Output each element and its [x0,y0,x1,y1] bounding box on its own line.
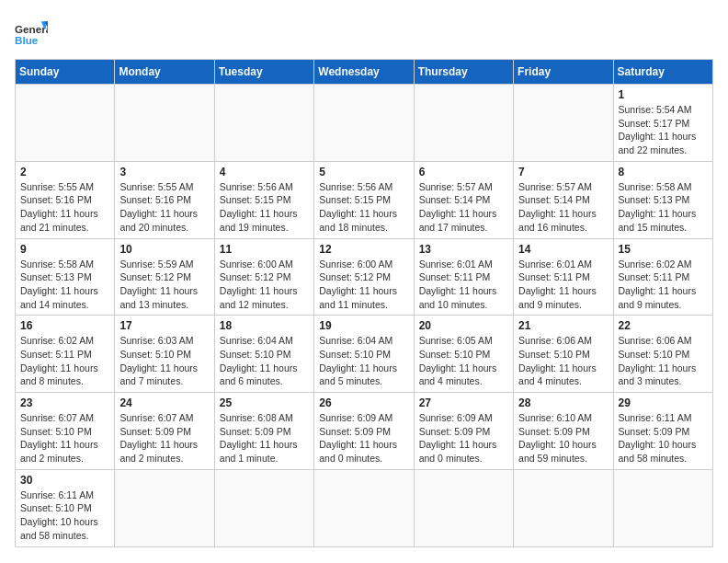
logo: General Blue [15,15,48,48]
day-info: Sunrise: 6:11 AM Sunset: 5:09 PM Dayligh… [619,411,708,465]
day-info: Sunrise: 5:56 AM Sunset: 5:15 PM Dayligh… [319,180,408,235]
calendar-cell: 23Sunrise: 6:07 AM Sunset: 5:10 PM Dayli… [16,393,115,470]
logo-icon: General Blue [15,15,48,48]
calendar-cell: 17Sunrise: 6:03 AM Sunset: 5:10 PM Dayli… [115,316,214,393]
weekday-header-tuesday: Tuesday [214,60,313,85]
weekday-header-wednesday: Wednesday [314,60,414,85]
page-header: General Blue [15,15,713,48]
calendar-cell [314,85,414,162]
calendar-cell: 21Sunrise: 6:06 AM Sunset: 5:10 PM Dayli… [514,316,613,393]
day-number: 2 [20,166,109,178]
day-number: 7 [518,166,608,178]
calendar-cell: 30Sunrise: 6:11 AM Sunset: 5:10 PM Dayli… [16,469,115,546]
day-number: 19 [319,319,408,332]
weekday-header-monday: Monday [115,60,214,85]
day-info: Sunrise: 6:00 AM Sunset: 5:12 PM Dayligh… [220,258,309,312]
calendar-cell: 26Sunrise: 6:09 AM Sunset: 5:09 PM Dayli… [314,393,414,470]
calendar-cell: 4Sunrise: 5:56 AM Sunset: 5:15 PM Daylig… [214,161,313,238]
calendar-cell [414,469,513,546]
day-info: Sunrise: 6:09 AM Sunset: 5:09 PM Dayligh… [419,411,508,465]
day-info: Sunrise: 5:57 AM Sunset: 5:14 PM Dayligh… [419,180,508,235]
calendar-cell: 25Sunrise: 6:08 AM Sunset: 5:09 PM Dayli… [214,393,313,470]
day-number: 11 [220,243,309,256]
day-number: 15 [619,243,708,256]
day-number: 14 [518,243,608,256]
weekday-header-thursday: Thursday [414,60,513,85]
calendar-cell: 3Sunrise: 5:55 AM Sunset: 5:16 PM Daylig… [115,161,214,238]
day-number: 21 [518,319,608,332]
calendar-cell: 8Sunrise: 5:58 AM Sunset: 5:13 PM Daylig… [613,161,712,238]
day-number: 18 [220,319,309,332]
day-info: Sunrise: 5:55 AM Sunset: 5:16 PM Dayligh… [119,180,209,235]
calendar-cell [115,85,214,162]
day-info: Sunrise: 5:58 AM Sunset: 5:13 PM Dayligh… [619,180,708,235]
calendar-cell: 5Sunrise: 5:56 AM Sunset: 5:15 PM Daylig… [314,161,414,238]
calendar-cell: 1Sunrise: 5:54 AM Sunset: 5:17 PM Daylig… [613,85,712,162]
day-info: Sunrise: 6:10 AM Sunset: 5:09 PM Dayligh… [518,411,608,465]
day-number: 6 [419,166,508,178]
calendar-cell: 6Sunrise: 5:57 AM Sunset: 5:14 PM Daylig… [414,161,513,238]
calendar-cell: 10Sunrise: 5:59 AM Sunset: 5:12 PM Dayli… [115,238,214,316]
day-number: 30 [20,474,109,487]
day-info: Sunrise: 6:08 AM Sunset: 5:09 PM Dayligh… [220,411,309,465]
calendar-cell: 22Sunrise: 6:06 AM Sunset: 5:10 PM Dayli… [613,316,712,393]
day-info: Sunrise: 6:03 AM Sunset: 5:10 PM Dayligh… [119,334,209,388]
day-number: 16 [20,319,109,332]
calendar-cell [115,469,214,546]
day-info: Sunrise: 6:09 AM Sunset: 5:09 PM Dayligh… [319,411,408,465]
day-info: Sunrise: 5:57 AM Sunset: 5:14 PM Dayligh… [518,180,608,235]
calendar-cell: 27Sunrise: 6:09 AM Sunset: 5:09 PM Dayli… [414,393,513,470]
calendar-cell [16,85,115,162]
day-info: Sunrise: 6:02 AM Sunset: 5:11 PM Dayligh… [20,334,109,388]
calendar-cell: 28Sunrise: 6:10 AM Sunset: 5:09 PM Dayli… [514,393,613,470]
calendar-cell: 14Sunrise: 6:01 AM Sunset: 5:11 PM Dayli… [514,238,613,316]
day-number: 3 [119,166,209,178]
day-info: Sunrise: 6:06 AM Sunset: 5:10 PM Dayligh… [619,334,708,388]
day-info: Sunrise: 5:59 AM Sunset: 5:12 PM Dayligh… [119,258,209,312]
calendar-cell: 20Sunrise: 6:05 AM Sunset: 5:10 PM Dayli… [414,316,513,393]
day-number: 20 [419,319,508,332]
day-number: 9 [20,243,109,256]
day-number: 1 [619,88,708,101]
calendar-cell: 2Sunrise: 5:55 AM Sunset: 5:16 PM Daylig… [16,161,115,238]
day-info: Sunrise: 6:04 AM Sunset: 5:10 PM Dayligh… [319,334,408,388]
calendar-cell: 9Sunrise: 5:58 AM Sunset: 5:13 PM Daylig… [16,238,115,316]
day-info: Sunrise: 6:05 AM Sunset: 5:10 PM Dayligh… [419,334,508,388]
day-info: Sunrise: 6:07 AM Sunset: 5:10 PM Dayligh… [20,411,109,465]
calendar-cell [514,469,613,546]
day-number: 26 [319,396,408,409]
day-number: 28 [518,396,608,409]
calendar-cell [613,469,712,546]
day-number: 27 [419,396,508,409]
calendar-cell [514,85,613,162]
day-number: 13 [419,243,508,256]
day-info: Sunrise: 6:07 AM Sunset: 5:09 PM Dayligh… [119,411,209,465]
day-info: Sunrise: 5:55 AM Sunset: 5:16 PM Dayligh… [20,180,109,235]
day-info: Sunrise: 5:58 AM Sunset: 5:13 PM Dayligh… [20,258,109,312]
weekday-header-friday: Friday [514,60,613,85]
day-info: Sunrise: 6:02 AM Sunset: 5:11 PM Dayligh… [619,258,708,312]
day-info: Sunrise: 5:54 AM Sunset: 5:17 PM Dayligh… [619,103,708,157]
calendar-cell: 15Sunrise: 6:02 AM Sunset: 5:11 PM Dayli… [613,238,712,316]
day-number: 5 [319,166,408,178]
day-number: 24 [119,396,209,409]
day-info: Sunrise: 6:06 AM Sunset: 5:10 PM Dayligh… [518,334,608,388]
calendar-cell [314,469,414,546]
calendar-cell: 12Sunrise: 6:00 AM Sunset: 5:12 PM Dayli… [314,238,414,316]
day-number: 17 [119,319,209,332]
day-number: 22 [619,319,708,332]
calendar-table: SundayMondayTuesdayWednesdayThursdayFrid… [15,59,713,547]
day-number: 29 [619,396,708,409]
calendar-cell: 18Sunrise: 6:04 AM Sunset: 5:10 PM Dayli… [214,316,313,393]
calendar-cell [214,85,313,162]
day-number: 10 [119,243,209,256]
calendar-cell: 19Sunrise: 6:04 AM Sunset: 5:10 PM Dayli… [314,316,414,393]
day-number: 4 [220,166,309,178]
calendar-cell: 16Sunrise: 6:02 AM Sunset: 5:11 PM Dayli… [16,316,115,393]
svg-text:Blue: Blue [15,34,39,46]
day-number: 23 [20,396,109,409]
day-info: Sunrise: 6:01 AM Sunset: 5:11 PM Dayligh… [518,258,608,312]
day-number: 8 [619,166,708,178]
calendar-cell: 13Sunrise: 6:01 AM Sunset: 5:11 PM Dayli… [414,238,513,316]
calendar-cell: 29Sunrise: 6:11 AM Sunset: 5:09 PM Dayli… [613,393,712,470]
